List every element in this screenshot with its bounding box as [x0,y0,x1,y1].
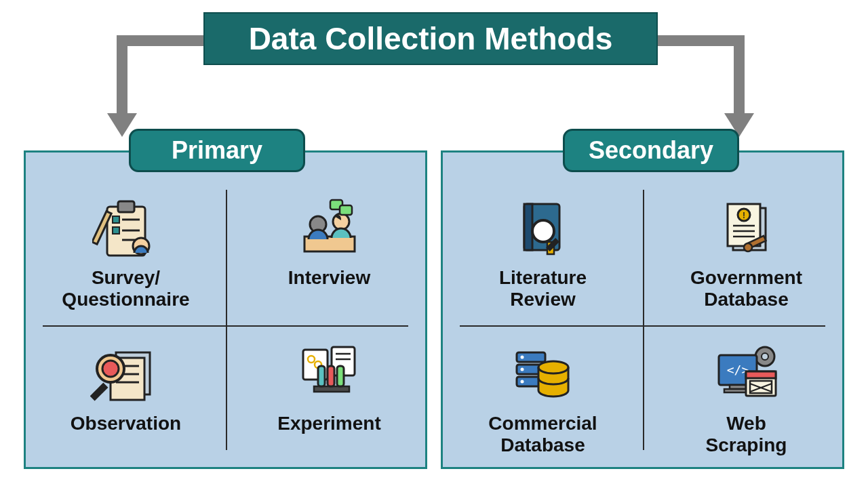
svg-rect-35 [524,204,532,250]
secondary-commercial-label: Commercial Database [488,413,597,456]
svg-point-56 [762,353,768,360]
web-scraping-icon: </> [709,341,784,409]
category-secondary-label: Secondary [563,129,739,172]
secondary-government-cell: ! Government Database [650,183,843,319]
divider-vertical [643,190,644,450]
secondary-literature-label: Literature Review [499,267,587,310]
government-db-icon: ! [709,195,784,263]
primary-survey-label: Survey/ Questionnaire [62,267,189,310]
primary-observation-cell: Observation [29,329,222,464]
secondary-government-label: Government Database [690,267,802,310]
primary-observation-label: Observation [71,413,181,434]
primary-panel: Survey/ Questionnaire Interview [24,150,427,469]
svg-rect-33 [337,366,344,386]
svg-rect-62 [746,371,776,378]
svg-rect-4 [113,216,119,223]
literature-icon [506,195,580,263]
svg-text:!: ! [743,211,745,220]
svg-point-37 [532,220,554,242]
category-primary-label: Primary [129,129,305,172]
divider-horizontal [460,325,825,327]
svg-rect-6 [113,227,119,234]
secondary-commercial-cell: Commercial Database [446,329,639,464]
secondary-webscraping-label: Web Scraping [706,413,787,456]
primary-experiment-label: Experiment [277,413,381,434]
svg-point-22 [102,361,119,377]
survey-icon [89,195,163,263]
commercial-db-icon [506,341,580,409]
category-primary-text: Primary [172,136,262,165]
category-secondary-text: Secondary [589,136,713,165]
secondary-literature-cell: Literature Review [446,183,639,319]
svg-point-47 [744,243,752,251]
primary-survey-cell: Survey/ Questionnaire [29,183,222,319]
main-title-text: Data Collection Methods [249,20,613,57]
primary-interview-cell: Interview [233,183,426,319]
divider-vertical [226,190,227,450]
divider-horizontal [43,325,408,327]
secondary-panel: Literature Review ! Government Database [441,150,844,469]
svg-rect-32 [328,366,334,386]
interview-icon [292,195,367,263]
observation-icon [89,341,163,409]
primary-interview-label: Interview [288,267,370,289]
svg-point-52 [521,367,524,371]
svg-rect-3 [118,201,134,212]
svg-point-51 [521,355,524,359]
experiment-icon [292,341,367,409]
primary-experiment-cell: Experiment [233,329,426,464]
svg-rect-31 [318,366,325,386]
svg-rect-23 [90,382,108,401]
secondary-webscraping-cell: </> Web Scraping [650,329,843,464]
main-title-box: Data Collection Methods [203,12,658,65]
svg-rect-15 [340,205,352,215]
svg-point-53 [521,380,524,383]
